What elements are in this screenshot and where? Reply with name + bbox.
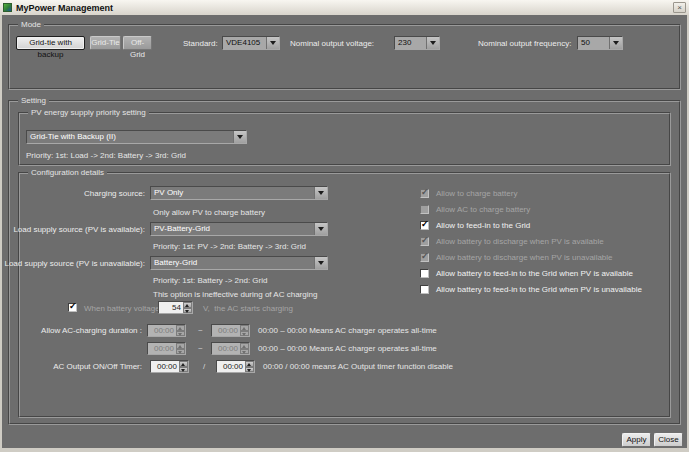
load-pv-unavailable-hint2: This option is ineffective during of AC … [153, 290, 317, 300]
ac-output-off-spinner[interactable]: 00:00 [216, 360, 255, 373]
nominal-output-frequency-select[interactable]: 50 [577, 36, 623, 50]
setting-group-label: Setting [18, 96, 49, 106]
check-icon: ✓ [421, 188, 429, 197]
window-title: MyPower Management [16, 3, 673, 13]
time-value[interactable]: 00:00 [212, 343, 240, 354]
checkbox-label: Allow battery to discharge when PV is av… [436, 237, 604, 247]
battery-voltage-suffix-label: V, the AC starts charging [203, 304, 293, 314]
spin-down-icon[interactable] [179, 367, 188, 373]
dropdown-arrow-icon[interactable] [426, 37, 439, 49]
charging-source-value: PV Only [151, 187, 314, 199]
checkbox-icon[interactable]: ✓ [420, 221, 429, 230]
allow-charge-battery-checkbox[interactable]: ✓ Allow to charge battery [420, 189, 670, 200]
load-pv-unavailable-hint: Priority: 1st: Battery -> 2nd: Grid [153, 276, 267, 286]
ac-charging-hint-1: 00:00 – 00:00 Means AC charger operates … [258, 326, 437, 336]
pv-priority-select[interactable]: Grid-Tie with Backup (II) [26, 130, 247, 144]
ac-charging-from-spinner-1[interactable]: 00:00 [147, 324, 186, 337]
load-pv-available-value: PV-Battery-Grid [151, 223, 314, 235]
checkbox-label: Allow AC to charge battery [436, 205, 530, 215]
standard-label: Standard: [183, 39, 218, 49]
checkbox-icon[interactable]: ✓ [420, 189, 429, 198]
checkbox-icon[interactable]: ✓ [420, 253, 429, 262]
charging-source-select[interactable]: PV Only [150, 186, 328, 200]
mypower-management-window: MyPower Management × Mode Grid-tie with … [0, 0, 689, 452]
nominal-output-voltage-select[interactable]: 230 [394, 36, 440, 50]
battery-voltage-checkbox[interactable]: ✓ [68, 303, 80, 314]
standard-value: VDE4105 [223, 37, 266, 49]
title-bar[interactable]: MyPower Management × [0, 0, 689, 15]
spin-down-icon[interactable] [240, 349, 249, 355]
app-icon [3, 3, 12, 12]
dropdown-arrow-icon[interactable] [314, 257, 327, 269]
spin-down-icon[interactable] [176, 349, 185, 355]
battery-feed-in-pv-available-checkbox[interactable]: ✓ Allow battery to feed-in to the Grid w… [420, 269, 670, 280]
ac-charging-to-spinner-1[interactable]: 00:00 [211, 324, 250, 337]
battery-voltage-value[interactable]: 54 [159, 302, 183, 313]
check-icon: ✓ [421, 252, 429, 261]
charging-source-label: Charging source: [8, 189, 145, 199]
ac-output-timer-hint: 00:00 / 00:00 means AC Output timer func… [263, 362, 453, 372]
ac-output-on-spinner[interactable]: 00:00 [150, 360, 189, 373]
checkbox-label: Allow battery to feed-in to the Grid whe… [436, 285, 642, 295]
pv-priority-hint: Priority: 1st: Load -> 2nd: Battery -> 3… [26, 151, 186, 161]
battery-feed-in-pv-unavailable-checkbox[interactable]: ✓ Allow battery to feed-in to the Grid w… [420, 285, 670, 296]
apply-button[interactable]: Apply [622, 433, 651, 447]
allow-feed-in-grid-checkbox[interactable]: ✓ Allow to feed-in to the Grid [420, 221, 670, 232]
pv-priority-group-label: PV energy supply priority setting [28, 108, 149, 118]
checkbox-icon[interactable]: ✓ [420, 205, 429, 214]
close-icon[interactable]: × [673, 2, 686, 13]
battery-discharge-pv-available-checkbox[interactable]: ✓ Allow battery to discharge when PV is … [420, 237, 670, 248]
load-pv-unavailable-value: Battery-Grid [151, 257, 314, 269]
time-value[interactable]: 00:00 [212, 325, 240, 336]
load-pv-unavailable-select[interactable]: Battery-Grid [150, 256, 328, 270]
battery-voltage-spinner[interactable]: 54 [158, 301, 193, 314]
checkbox-icon[interactable]: ✓ [420, 237, 429, 246]
spin-down-icon[interactable] [176, 331, 185, 337]
time-value[interactable]: 00:00 [151, 361, 179, 372]
ac-charging-to-spinner-2[interactable]: 00:00 [211, 342, 250, 355]
mode-groupbox: Mode [8, 24, 681, 90]
tilde-separator: ~ [198, 342, 203, 355]
slash-separator: / [203, 360, 205, 373]
time-value[interactable]: 00:00 [217, 361, 245, 372]
tilde-separator: ~ [198, 324, 203, 337]
spin-down-icon[interactable] [183, 308, 192, 314]
ac-output-timer-label: AC Output ON/Off Timer: [8, 362, 142, 372]
load-pv-available-label: Load supply source (PV is available): [8, 225, 145, 235]
dropdown-arrow-icon[interactable] [233, 131, 246, 143]
off-grid-button[interactable]: Off-Grid [123, 36, 152, 50]
check-icon: ✓ [421, 236, 429, 245]
time-value[interactable]: 00:00 [148, 343, 176, 354]
check-icon: ✓ [69, 302, 77, 311]
dropdown-arrow-icon[interactable] [609, 37, 622, 49]
ac-charging-from-spinner-2[interactable]: 00:00 [147, 342, 186, 355]
charging-source-hint: Only allow PV to charge battery [153, 208, 265, 218]
checkbox-label: Allow battery to feed-in to the Grid whe… [436, 269, 633, 279]
spin-down-icon[interactable] [245, 367, 254, 373]
dropdown-arrow-icon[interactable] [266, 37, 279, 49]
time-value[interactable]: 00:00 [148, 325, 176, 336]
checkbox-label: Allow to charge battery [436, 189, 517, 199]
configuration-details-label: Configuration details [28, 168, 107, 178]
grid-tie-button[interactable]: Grid-Tie [90, 36, 121, 50]
allow-ac-charge-battery-checkbox[interactable]: ✓ Allow AC to charge battery [420, 205, 670, 216]
battery-voltage-prefix-label: When battery voltage < [84, 304, 167, 314]
pv-priority-value: Grid-Tie with Backup (II) [27, 131, 233, 143]
check-icon: ✓ [421, 220, 429, 229]
load-pv-available-select[interactable]: PV-Battery-Grid [150, 222, 328, 236]
nominal-output-frequency-label: Nominal output frequency: [478, 39, 571, 49]
close-button[interactable]: Close [654, 433, 683, 447]
battery-discharge-pv-unavailable-checkbox[interactable]: ✓ Allow battery to discharge when PV is … [420, 253, 670, 264]
nominal-output-voltage-label: Nominal output voltage: [290, 39, 374, 49]
dialog-content: Mode Grid-tie with backup Grid-Tie Off-G… [2, 15, 687, 448]
dropdown-arrow-icon[interactable] [314, 223, 327, 235]
dropdown-arrow-icon[interactable] [314, 187, 327, 199]
ac-charging-duration-label: Allow AC-charging duration : [8, 326, 142, 336]
spin-down-icon[interactable] [240, 331, 249, 337]
standard-select[interactable]: VDE4105 [222, 36, 280, 50]
checkbox-icon[interactable]: ✓ [420, 285, 429, 294]
checkbox-icon[interactable]: ✓ [420, 269, 429, 278]
checkbox-icon[interactable]: ✓ [68, 303, 77, 312]
grid-tie-with-backup-button[interactable]: Grid-tie with backup [16, 36, 85, 50]
load-pv-available-hint: Priority: 1st: PV -> 2nd: Battery -> 3rd… [153, 242, 306, 252]
